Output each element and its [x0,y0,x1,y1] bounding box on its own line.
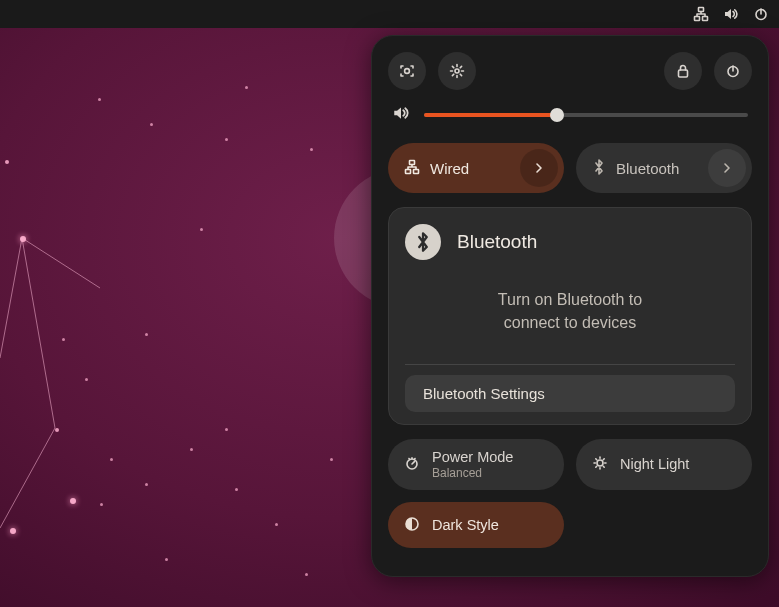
power-mode-subtitle: Balanced [432,466,513,480]
lock-button[interactable] [664,52,702,90]
power-mode-icon [404,455,420,474]
tile-night-light[interactable]: Night Light [576,439,752,490]
volume-row [388,104,752,125]
top-menu-bar [0,0,779,28]
power-mode-title: Power Mode [432,449,513,466]
volume-icon [392,104,410,125]
tile-label: Bluetooth [616,160,698,177]
tile-wired[interactable]: Wired [388,143,564,193]
network-wired-icon[interactable] [693,6,709,22]
screenshot-button[interactable] [388,52,426,90]
bluetooth-card: Bluetooth Turn on Bluetooth to connect t… [388,207,752,425]
quick-tiles-row: Wired Bluetooth [388,143,752,193]
volume-slider[interactable] [424,113,748,117]
power-button[interactable] [714,52,752,90]
svg-point-5 [455,69,459,73]
divider [405,364,735,365]
bluetooth-icon [405,224,441,260]
network-wired-icon [404,159,420,178]
bluetooth-card-title: Bluetooth [457,231,537,253]
svg-point-4 [405,69,410,74]
tile-bluetooth[interactable]: Bluetooth [576,143,752,193]
svg-point-12 [597,460,603,466]
bluetooth-card-message: Turn on Bluetooth to connect to devices [425,288,715,334]
tile-dark-style[interactable]: Dark Style [388,502,564,548]
night-light-title: Night Light [620,456,689,473]
settings-button[interactable] [438,52,476,90]
bluetooth-settings-button[interactable]: Bluetooth Settings [405,375,735,412]
chevron-right-icon[interactable] [708,149,746,187]
bottom-tiles-row-2: Dark Style [388,502,752,548]
volume-icon[interactable] [723,6,739,22]
bottom-tiles-row-1: Power Mode Balanced Night Light [388,439,752,490]
chevron-right-icon[interactable] [520,149,558,187]
panel-header [388,52,752,90]
night-light-icon [592,455,608,474]
bluetooth-icon [592,159,606,178]
tile-label: Wired [430,160,510,177]
svg-rect-6 [679,70,688,77]
dark-style-title: Dark Style [432,517,499,534]
dark-style-icon [404,516,420,535]
tile-power-mode[interactable]: Power Mode Balanced [388,439,564,490]
quick-settings-panel: Wired Bluetooth Bluetooth Turn on Blueto… [371,35,769,577]
power-icon[interactable] [753,6,769,22]
